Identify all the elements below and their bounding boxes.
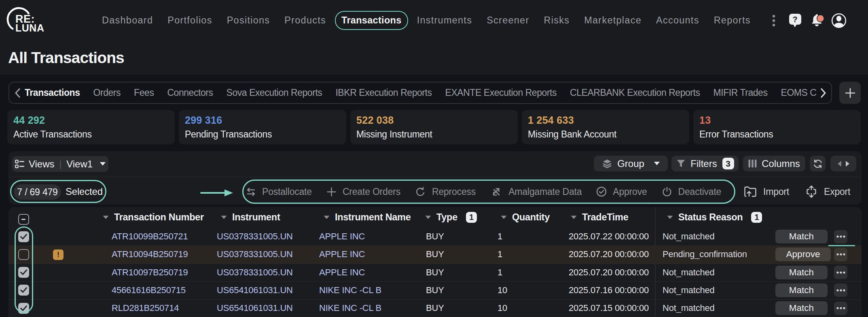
nav-item-products[interactable]: Products <box>284 15 326 26</box>
columns-button[interactable]: Columns <box>743 156 805 171</box>
nav-item-dashboard[interactable]: Dashboard <box>102 15 153 26</box>
cell-instrument[interactable]: US6541061031.UN <box>217 281 293 299</box>
amalgamate-data-button[interactable]: Amalgamate Data <box>490 186 582 197</box>
add-tab-button[interactable] <box>839 82 861 104</box>
nav-item-screener[interactable]: Screener <box>487 15 529 26</box>
stat-card-missing-instrument[interactable]: 522 038 Missing Instrument <box>350 110 518 144</box>
group-button[interactable]: Group <box>594 156 668 171</box>
column-menu-caret-icon[interactable] <box>425 216 431 219</box>
row-action-button[interactable]: Match <box>775 266 828 279</box>
nav-item-instruments[interactable]: Instruments <box>417 15 472 26</box>
column-header-instrument[interactable]: Instrument <box>221 207 280 228</box>
tab-clearbank-execution-reports[interactable]: CLEARBANK Execution Reports <box>570 87 700 98</box>
stat-card-missing-bank-account[interactable]: 1 254 633 Missing Bank Account <box>522 110 689 144</box>
cell-transaction-number[interactable]: ATR10094B250719 <box>112 245 188 263</box>
cell-instrument[interactable]: US0378331005.UN <box>217 245 293 263</box>
table-row[interactable]: ! ATR10099B250721 US0378331005.UN APPLE … <box>8 228 862 246</box>
tab-orders[interactable]: Orders <box>93 87 121 98</box>
nav-item-marketplace[interactable]: Marketplace <box>584 15 641 26</box>
tab-eoms-c[interactable]: EOMS C <box>781 87 816 98</box>
tab-connectors[interactable]: Connectors <box>167 87 213 98</box>
column-menu-caret-icon[interactable] <box>324 216 330 219</box>
column-header-quantity[interactable]: Quantity <box>501 207 550 228</box>
nav-item-portfolios[interactable]: Portfolios <box>167 15 212 26</box>
cell-instrument[interactable]: US0378331005.UN <box>217 264 293 281</box>
cell-instrument-name[interactable]: NIKE INC -CL B <box>319 281 381 299</box>
column-header-tradetime[interactable]: TradeTime <box>571 207 628 228</box>
postallocate-button[interactable]: Postallocate <box>246 186 312 197</box>
row-menu-button[interactable] <box>834 230 847 243</box>
column-header-status-reason[interactable]: Status Reason 1 <box>667 207 762 228</box>
stat-card-pending-transactions[interactable]: 299 316 Pending Transactions <box>179 110 346 144</box>
row-menu-button[interactable] <box>834 283 847 297</box>
cell-transaction-number[interactable]: ATR10097B250719 <box>112 264 188 281</box>
cell-transaction-number[interactable]: ATR10099B250721 <box>112 228 188 245</box>
row-checkbox[interactable] <box>18 285 29 296</box>
column-menu-caret-icon[interactable] <box>103 216 109 219</box>
tab-transactions[interactable]: Transactions <box>25 87 80 98</box>
filters-button[interactable]: Filters 3 <box>671 156 739 171</box>
nav-item-transactions[interactable]: Transactions <box>335 11 408 30</box>
cell-instrument-name[interactable]: NIKE INC -CL B <box>319 299 381 317</box>
row-checkbox[interactable] <box>18 231 29 242</box>
create-orders-button[interactable]: Create Orders <box>326 186 400 197</box>
row-menu-button[interactable] <box>834 248 847 261</box>
pager-button[interactable] <box>830 156 856 171</box>
reprocess-button[interactable]: Reprocess <box>415 186 476 197</box>
column-header-type[interactable]: Type 1 <box>425 207 477 228</box>
tab-sova-execution-reports[interactable]: Sova Execution Reports <box>227 87 322 98</box>
views-button[interactable]: Views | View1 <box>12 156 108 172</box>
avatar[interactable] <box>831 13 847 29</box>
row-action-button[interactable]: Match <box>775 283 828 297</box>
table-row[interactable]: ! RLD281B250714 US6541061031.UN NIKE INC… <box>8 299 862 317</box>
column-header-instrument-name[interactable]: Instrument Name <box>324 207 411 228</box>
table-row[interactable]: ! ATR10097B250719 US0378331005.UN APPLE … <box>8 264 862 282</box>
help-icon[interactable]: ? <box>789 13 802 28</box>
cell-instrument-name[interactable]: APPLE INC <box>319 264 365 281</box>
notifications-bell-icon[interactable] <box>809 13 826 29</box>
column-header-transaction-number[interactable]: Transaction Number <box>103 207 204 228</box>
column-menu-caret-icon[interactable] <box>667 216 673 219</box>
tab-fees[interactable]: Fees <box>134 87 154 98</box>
brand-logo[interactable]: RE: LUNA <box>0 0 49 38</box>
kebab-menu-icon[interactable] <box>770 13 778 28</box>
row-menu-button[interactable] <box>834 266 847 279</box>
row-menu-button[interactable] <box>834 302 847 315</box>
select-all-checkbox[interactable] <box>18 214 29 225</box>
cell-transaction-number[interactable]: 45661616B250715 <box>112 281 186 299</box>
column-menu-caret-icon[interactable] <box>501 216 507 219</box>
table-row[interactable]: ! 45661616B250715 US6541061031.UN NIKE I… <box>8 281 862 300</box>
nav-item-reports[interactable]: Reports <box>714 15 751 26</box>
cell-instrument-name[interactable]: APPLE INC <box>319 228 365 245</box>
import-button[interactable]: Import <box>743 180 789 204</box>
previous-page-icon[interactable] <box>837 161 842 167</box>
tab-mifir-trades[interactable]: MIFIR Trades <box>713 87 768 98</box>
table-row[interactable]: ! ATR10094B250719 US0378331005.UN APPLE … <box>8 245 862 264</box>
cell-instrument-name[interactable]: APPLE INC <box>319 245 365 263</box>
export-button[interactable]: Export <box>805 180 850 204</box>
nav-item-accounts[interactable]: Accounts <box>656 15 699 26</box>
stat-card-error-transactions[interactable]: 13 Error Transactions <box>693 110 861 144</box>
cell-instrument[interactable]: US0378331005.UN <box>217 228 293 245</box>
refresh-button[interactable] <box>810 156 826 171</box>
column-menu-caret-icon[interactable] <box>221 216 227 219</box>
column-menu-caret-icon[interactable] <box>571 216 577 219</box>
row-action-button[interactable]: Approve <box>775 247 831 261</box>
tab-exante-execution-reports[interactable]: EXANTE Execution Reports <box>445 87 557 98</box>
stat-card-active-transactions[interactable]: 44 292 Active Transactions <box>7 110 175 144</box>
row-checkbox[interactable] <box>18 249 29 260</box>
cell-instrument[interactable]: US6541061031.UN <box>217 299 293 317</box>
tab-ibkr-execution-reports[interactable]: IBKR Execution Reports <box>335 87 432 98</box>
approve-button[interactable]: Approve <box>596 186 647 197</box>
row-checkbox[interactable] <box>18 267 29 278</box>
row-checkbox[interactable] <box>18 303 29 314</box>
tabs-scroll-right-icon[interactable] <box>821 88 826 98</box>
next-page-icon[interactable] <box>845 161 850 167</box>
deactivate-button[interactable]: Deactivate <box>662 186 722 197</box>
row-action-button[interactable]: Match <box>775 230 828 243</box>
row-action-button[interactable]: Match <box>775 301 828 315</box>
nav-item-risks[interactable]: Risks <box>544 15 570 26</box>
nav-item-positions[interactable]: Positions <box>227 15 270 26</box>
cell-transaction-number[interactable]: RLD281B250714 <box>112 299 179 317</box>
tabs-scroll-left-icon[interactable] <box>15 88 20 98</box>
